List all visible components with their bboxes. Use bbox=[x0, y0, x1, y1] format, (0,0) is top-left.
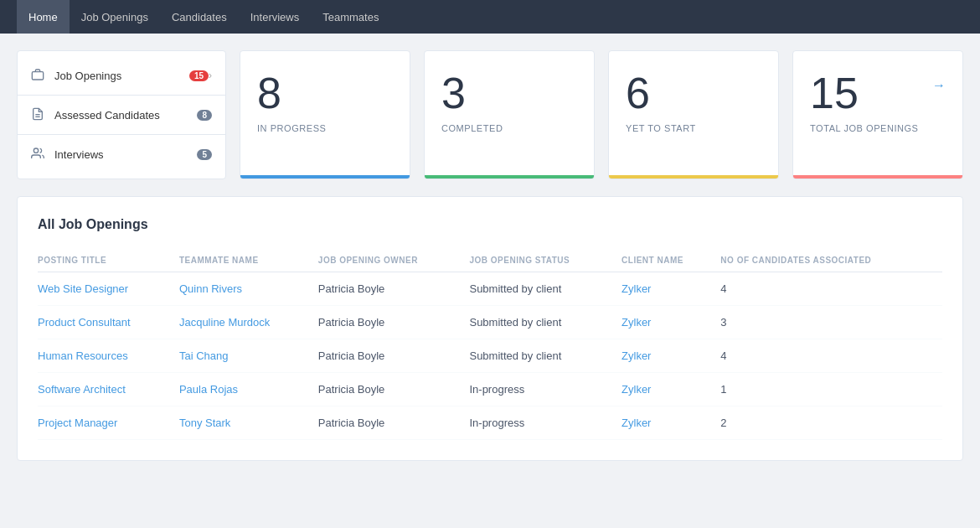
document-icon bbox=[31, 107, 46, 122]
navbar: Home Job Openings Candidates Interviews … bbox=[0, 0, 980, 34]
stat-number-total: 15 bbox=[810, 71, 859, 115]
posting-title-link[interactable]: Software Architect bbox=[38, 383, 126, 396]
candidates-count-cell: 2 bbox=[720, 406, 942, 440]
stat-bar-yellow bbox=[609, 175, 778, 179]
stat-card-in-progress: 8 IN PROGRESS bbox=[240, 50, 410, 179]
col-posting-title: POSTING TITLE bbox=[38, 249, 179, 272]
status-cell: Submitted by client bbox=[469, 339, 622, 373]
table-row: Software Architect Paula Rojas Patricia … bbox=[38, 373, 942, 406]
posting-title-link[interactable]: Product Consultant bbox=[38, 316, 131, 329]
stat-label-in-progress: IN PROGRESS bbox=[257, 123, 393, 133]
table-header-row: POSTING TITLE TEAMMATE NAME JOB OPENING … bbox=[38, 249, 942, 272]
owner-cell: Patricia Boyle bbox=[318, 373, 470, 406]
stat-label-yet-to-start: YET TO START bbox=[626, 123, 761, 133]
teammate-name-link[interactable]: Tony Stark bbox=[179, 417, 230, 429]
stat-number-yet-to-start: 6 bbox=[626, 71, 761, 115]
sidebar-item-assessed-candidates[interactable]: Assessed Candidates 8 bbox=[18, 99, 225, 131]
table-title: All Job Openings bbox=[38, 217, 942, 232]
client-name-link[interactable]: Zylker bbox=[622, 417, 651, 429]
sidebar-item-job-openings[interactable]: Job Openings 15 › bbox=[18, 60, 225, 91]
stat-card-yet-to-start: 6 YET TO START bbox=[608, 50, 779, 179]
nav-item-job-openings[interactable]: Job Openings bbox=[70, 0, 160, 34]
teammate-name-link[interactable]: Jacquline Murdock bbox=[179, 316, 270, 329]
stat-cards: 8 IN PROGRESS 3 COMPLETED 6 YET TO START… bbox=[240, 50, 963, 179]
owner-cell: Patricia Boyle bbox=[318, 306, 470, 339]
stat-label-completed: COMPLETED bbox=[441, 123, 577, 133]
stat-bar-red bbox=[793, 175, 962, 179]
stat-number-in-progress: 8 bbox=[257, 71, 393, 115]
svg-point-3 bbox=[34, 148, 38, 153]
main-content: Job Openings 15 › Assessed Candidates 8 bbox=[0, 34, 980, 478]
interviews-badge: 5 bbox=[197, 149, 212, 160]
left-panel: Job Openings 15 › Assessed Candidates 8 bbox=[17, 50, 226, 179]
teammate-name-link[interactable]: Tai Chang bbox=[179, 349, 229, 362]
job-openings-table: POSTING TITLE TEAMMATE NAME JOB OPENING … bbox=[38, 249, 942, 440]
client-name-link[interactable]: Zylker bbox=[622, 316, 651, 329]
candidates-count-cell: 1 bbox=[720, 373, 942, 406]
client-name-link[interactable]: Zylker bbox=[622, 383, 651, 396]
nav-item-teammates[interactable]: Teammates bbox=[311, 0, 390, 34]
candidates-count-cell: 4 bbox=[720, 272, 942, 306]
col-candidates: NO OF CANDIDATES ASSOCIATED bbox=[720, 249, 942, 272]
posting-title-link[interactable]: Project Manager bbox=[38, 417, 117, 429]
stat-number-completed: 3 bbox=[441, 71, 577, 115]
status-cell: In-progress bbox=[469, 373, 622, 406]
stat-total-row: 15 → bbox=[810, 71, 946, 123]
posting-title-link[interactable]: Web Site Designer bbox=[38, 282, 128, 295]
status-cell: In-progress bbox=[469, 406, 622, 440]
total-arrow-link[interactable]: → bbox=[932, 78, 946, 93]
divider bbox=[18, 95, 225, 96]
status-cell: Submitted by client bbox=[469, 306, 622, 339]
owner-cell: Patricia Boyle bbox=[318, 272, 470, 306]
assessed-candidates-label: Assessed Candidates bbox=[54, 109, 192, 122]
table-row: Human Resources Tai Chang Patricia Boyle… bbox=[38, 339, 942, 373]
stat-bar-blue bbox=[240, 175, 410, 179]
divider-2 bbox=[18, 134, 225, 135]
top-section: Job Openings 15 › Assessed Candidates 8 bbox=[17, 50, 963, 179]
nav-item-candidates[interactable]: Candidates bbox=[160, 0, 239, 34]
owner-cell: Patricia Boyle bbox=[318, 339, 470, 373]
client-name-link[interactable]: Zylker bbox=[622, 349, 651, 362]
people-icon bbox=[31, 147, 46, 162]
table-row: Product Consultant Jacquline Murdock Pat… bbox=[38, 306, 942, 339]
stat-card-total: 15 → TOTAL JOB OPENINGS bbox=[792, 50, 963, 179]
svg-rect-0 bbox=[32, 72, 43, 80]
nav-item-interviews[interactable]: Interviews bbox=[239, 0, 312, 34]
briefcase-icon bbox=[31, 68, 46, 83]
table-section: All Job Openings POSTING TITLE TEAMMATE … bbox=[17, 196, 963, 461]
col-client: CLIENT NAME bbox=[622, 249, 720, 272]
assessed-candidates-badge: 8 bbox=[197, 110, 212, 121]
table-row: Project Manager Tony Stark Patricia Boyl… bbox=[38, 406, 942, 440]
status-cell: Submitted by client bbox=[469, 272, 622, 306]
client-name-link[interactable]: Zylker bbox=[622, 282, 651, 295]
sidebar-item-interviews[interactable]: Interviews 5 bbox=[18, 138, 225, 170]
sidebar-item-job-openings-label: Job Openings bbox=[54, 70, 184, 82]
stat-card-completed: 3 COMPLETED bbox=[424, 50, 595, 179]
table-row: Web Site Designer Quinn Rivers Patricia … bbox=[38, 272, 942, 306]
teammate-name-link[interactable]: Paula Rojas bbox=[179, 383, 238, 396]
nav-item-home[interactable]: Home bbox=[17, 0, 70, 34]
owner-cell: Patricia Boyle bbox=[318, 406, 470, 440]
chevron-right-icon: › bbox=[209, 70, 212, 81]
interviews-label: Interviews bbox=[54, 148, 192, 161]
col-status: JOB OPENING STATUS bbox=[469, 249, 622, 272]
col-teammate-name: TEAMMATE NAME bbox=[179, 249, 318, 272]
teammate-name-link[interactable]: Quinn Rivers bbox=[179, 282, 242, 295]
candidates-count-cell: 4 bbox=[720, 339, 942, 373]
stat-bar-green bbox=[425, 175, 594, 179]
job-openings-badge: 15 bbox=[189, 70, 209, 81]
posting-title-link[interactable]: Human Resources bbox=[38, 349, 128, 362]
candidates-count-cell: 3 bbox=[720, 306, 942, 339]
col-owner: JOB OPENING OWNER bbox=[318, 249, 470, 272]
stat-label-total: TOTAL JOB OPENINGS bbox=[810, 123, 946, 133]
